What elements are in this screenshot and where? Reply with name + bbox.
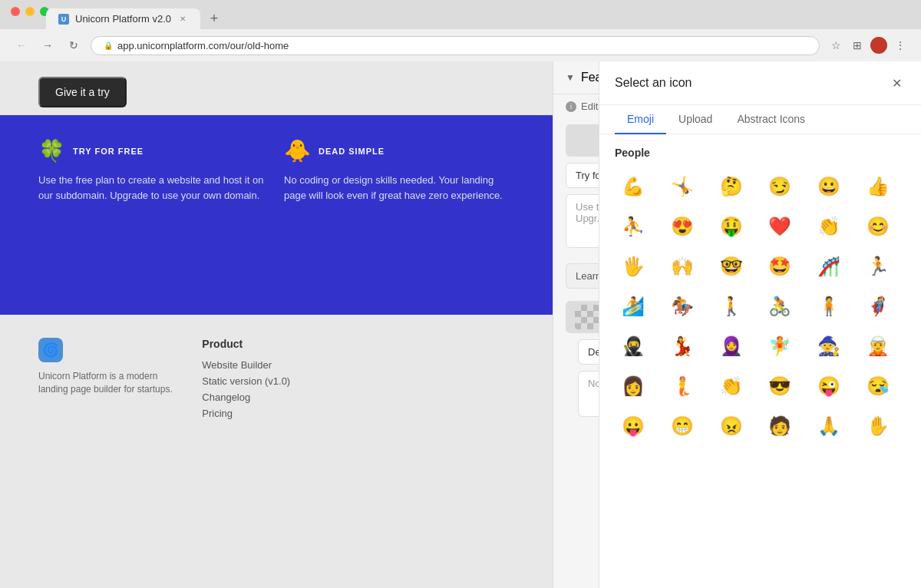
minimize-window-btn[interactable]: [25, 7, 35, 16]
emoji-cell[interactable]: 👏: [810, 208, 847, 245]
emoji-cell[interactable]: 🤓: [713, 248, 750, 285]
window-controls: [11, 7, 49, 16]
reload-btn[interactable]: ↻: [64, 36, 83, 55]
emoji-cell[interactable]: ✋: [860, 408, 896, 444]
feature-header-try: 🍀 TRY FOR FREE: [38, 138, 269, 164]
emoji-cell[interactable]: 🤩: [761, 248, 798, 285]
feature-item-dead-simple: 🐥 DEAD SIMPLE No coding or design skills…: [284, 138, 514, 203]
emoji-cell[interactable]: 🚶: [713, 288, 750, 325]
tab-upload[interactable]: Upload: [666, 105, 725, 134]
emoji-cell[interactable]: 🧑: [761, 408, 798, 444]
emoji-cell[interactable]: 😍: [664, 208, 701, 245]
footer-tagline: Unicorn Platform is a modern landing pag…: [38, 370, 187, 396]
new-tab-btn[interactable]: +: [203, 8, 225, 29]
footer-section: 🌀 Unicorn Platform is a modern landing p…: [0, 315, 553, 447]
emoji-cell[interactable]: 🧍: [810, 288, 847, 325]
dead-simple-icon: 🐥: [284, 138, 311, 164]
extensions-icon[interactable]: ⊞: [849, 37, 866, 54]
back-btn[interactable]: ←: [12, 36, 31, 55]
emoji-cell[interactable]: ❤️: [761, 208, 798, 245]
emoji-cell[interactable]: 😠: [713, 408, 750, 444]
features-section: 🍀 TRY FOR FREE Use the free plan to crea…: [0, 115, 553, 315]
emoji-cell[interactable]: 🧚: [761, 328, 798, 365]
emoji-cell[interactable]: 😛: [615, 408, 652, 444]
emoji-cell[interactable]: 👩: [615, 368, 652, 405]
emoji-cell[interactable]: 🤸: [664, 168, 701, 205]
tab-close-btn[interactable]: ✕: [177, 14, 188, 25]
url-field[interactable]: 🔒 app.unicornplatform.com/our/old-home: [91, 36, 820, 55]
emoji-cell[interactable]: 🙏: [810, 408, 847, 444]
tab-title: Unicorn Platform v2.0: [75, 13, 171, 25]
emoji-cell[interactable]: 🥷: [615, 328, 652, 365]
close-window-btn[interactable]: [11, 7, 20, 16]
modal-body: People 💪🤸🤔😏😀👍⛹️😍🤑❤️👏😊🖐️🙌🤓🤩🎢🏃🏄🏇🚶🚴🧍🦸🥷💃🧕🧚🧙🧝…: [599, 134, 921, 588]
emoji-cell[interactable]: 😀: [810, 168, 847, 205]
footer-product-col: Product Website Builder Static version (…: [202, 338, 350, 424]
modal-tabs: Emoji Upload Abstract Icons: [599, 105, 921, 134]
main-area: Give it a try 🍀 TRY FOR FREE Use the fre…: [0, 61, 921, 588]
try-icon: 🍀: [38, 138, 65, 164]
emoji-cell[interactable]: 🧙: [810, 328, 847, 365]
info-icon: i: [566, 101, 576, 112]
emoji-cell[interactable]: 🧜: [664, 368, 701, 405]
feature-item-try: 🍀 TRY FOR FREE Use the free plan to crea…: [38, 138, 269, 203]
emoji-cell[interactable]: 🧝: [860, 328, 896, 365]
browser-tab[interactable]: U Unicorn Platform v2.0 ✕: [46, 8, 200, 29]
features-grid: 🍀 TRY FOR FREE Use the free plan to crea…: [38, 138, 514, 203]
emoji-cell[interactable]: 🤑: [713, 208, 750, 245]
emoji-cell[interactable]: 🏇: [664, 288, 701, 325]
tab-favicon: U: [58, 14, 69, 25]
emoji-cell[interactable]: ⛹️: [615, 208, 652, 245]
tab-emoji[interactable]: Emoji: [615, 105, 666, 134]
emoji-cell[interactable]: 🎢: [810, 248, 847, 285]
user-avatar[interactable]: [870, 37, 887, 54]
emoji-cell[interactable]: 🧕: [713, 328, 750, 365]
feature-header-dead-simple: 🐥 DEAD SIMPLE: [284, 138, 514, 164]
emoji-cell[interactable]: 💪: [615, 168, 652, 205]
emoji-section-title: People: [615, 147, 906, 159]
footer-link-changelog[interactable]: Changelog: [202, 391, 350, 403]
dead-simple-description: No coding or design skills needed. Your …: [284, 173, 514, 203]
emoji-cell[interactable]: 😏: [761, 168, 798, 205]
tab-abstract-icons[interactable]: Abstract Icons: [725, 105, 817, 134]
emoji-cell[interactable]: 🦸: [860, 288, 896, 325]
menu-icon[interactable]: ⋮: [892, 37, 909, 54]
emoji-cell[interactable]: 😁: [664, 408, 701, 444]
try-description: Use the free plan to create a website an…: [38, 173, 269, 203]
emoji-cell[interactable]: 🤔: [713, 168, 750, 205]
emoji-cell[interactable]: 🖐️: [615, 248, 652, 285]
emoji-cell[interactable]: 💃: [664, 328, 701, 365]
footer-col-3: [366, 338, 514, 424]
emoji-cell[interactable]: 😊: [860, 208, 896, 245]
dead-simple-title: DEAD SIMPLE: [319, 147, 385, 156]
emoji-cell[interactable]: 🙌: [664, 248, 701, 285]
chevron-down-icon: ▼: [566, 72, 575, 83]
emoji-cell[interactable]: 🏄: [615, 288, 652, 325]
footer-link-static[interactable]: Static version (v1.0): [202, 375, 350, 387]
emoji-cell[interactable]: 😪: [860, 368, 896, 405]
browser-window: U Unicorn Platform v2.0 ✕ + ← → ↻ 🔒 app.…: [0, 0, 921, 61]
emoji-cell[interactable]: 🚴: [761, 288, 798, 325]
footer-logo-icon: 🌀: [38, 338, 63, 362]
emoji-grid: 💪🤸🤔😏😀👍⛹️😍🤑❤️👏😊🖐️🙌🤓🤩🎢🏃🏄🏇🚶🚴🧍🦸🥷💃🧕🧚🧙🧝👩🧜👏😎😜😪😛…: [615, 168, 906, 444]
modal-close-btn[interactable]: ✕: [887, 74, 906, 92]
checkered-bg: [575, 305, 599, 329]
website-preview: Give it a try 🍀 TRY FOR FREE Use the fre…: [0, 61, 553, 588]
emoji-cell[interactable]: 😎: [761, 368, 798, 405]
footer-product-title: Product: [202, 338, 350, 350]
give-it-a-try-btn[interactable]: Give it a try: [38, 77, 127, 107]
emoji-cell[interactable]: 👍: [860, 168, 896, 205]
footer-link-pricing[interactable]: Pricing: [202, 408, 350, 419]
footer-brand: 🌀 Unicorn Platform is a modern landing p…: [38, 338, 187, 424]
address-bar: ← → ↻ 🔒 app.unicornplatform.com/our/old-…: [0, 29, 921, 61]
bookmark-icon[interactable]: ☆: [827, 37, 844, 54]
forward-btn[interactable]: →: [38, 36, 57, 55]
emoji-cell[interactable]: 🏃: [860, 248, 896, 285]
icon-selector-modal: Select an icon ✕ Emoji Upload Abstract I…: [599, 61, 921, 588]
emoji-cell[interactable]: 👏: [713, 368, 750, 405]
address-bar-right: ☆ ⊞ ⋮: [827, 37, 909, 54]
emoji-cell[interactable]: 😜: [810, 368, 847, 405]
footer-link-website-builder[interactable]: Website Builder: [202, 359, 350, 371]
preview-top: Give it a try: [0, 61, 553, 115]
footer-grid: 🌀 Unicorn Platform is a modern landing p…: [38, 338, 514, 424]
